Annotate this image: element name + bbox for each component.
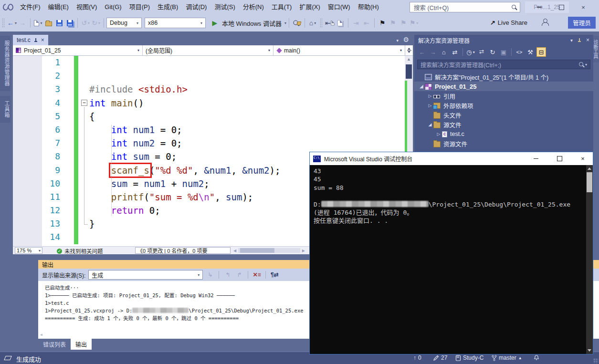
admin-badge-button[interactable]: 管理员 [568,17,596,29]
bookmark-icon[interactable]: ⚑ [377,17,388,29]
new-project-icon[interactable]: ▾ [33,17,43,29]
hscrollbar-thumb[interactable] [240,248,274,253]
pin-tab-icon[interactable] [34,38,38,43]
se-collapse-all-icon[interactable]: ⊟ [536,47,546,57]
nav-member-dropdown[interactable]: main() ▾ [273,45,405,55]
panel-tab-错误列表[interactable]: 错误列表 [38,339,71,350]
code-line[interactable] [81,69,405,83]
debug-console-window[interactable]: Microsoft Visual Studio 调试控制台 × 4345sum … [309,152,593,354]
editor-horizontal-scrollbar[interactable]: ◀ ▶ [233,248,305,253]
line-number[interactable]: 8 [42,150,62,163]
code-health-indicator[interactable]: ✓ 未找到相关问题 [57,247,103,255]
tree-item-test.c[interactable]: ▷test.c [414,129,593,139]
console-scroll-up-icon[interactable] [588,167,591,170]
branch-indicator[interactable]: master ▲ [492,354,522,361]
breakpoint-margin[interactable] [13,56,42,246]
console-output-area[interactable]: 4345sum = 88 D:\Project_01_25\Debug\Proj… [310,165,593,354]
navigate-forward-icon[interactable]: → [17,17,28,29]
output-source-dropdown[interactable]: 生成 ▾ [88,270,203,280]
scroll-right-icon[interactable]: ▶ [302,249,305,253]
menu-item[interactable]: 窗口(W) [324,0,354,14]
se-sync-icon[interactable]: ⮂ [477,47,486,57]
tree-expander[interactable]: ▷ [435,132,442,136]
scroll-up-icon[interactable]: ▲ [405,57,413,62]
navigate-back-icon[interactable]: ←▾ [7,17,17,29]
console-title-bar[interactable]: Microsoft Visual Studio 调试控制台 × [310,152,593,165]
line-number[interactable]: 9 [42,164,62,177]
menu-item[interactable]: 工具(T) [268,0,296,14]
tool-tab-工具箱[interactable]: 工具箱 [0,96,11,123]
undo-icon[interactable]: ↺▾ [80,17,91,29]
menu-item[interactable]: 调试(D) [182,0,210,14]
sync-with-active-document-icon[interactable]: ⇤ [325,17,335,29]
tool-tab-诊断工具[interactable]: 诊断工具 [593,36,599,62]
close-panel-icon[interactable]: × [586,37,589,43]
console-scrollbar-thumb[interactable] [587,172,592,192]
save-all-icon[interactable] [64,17,75,29]
outdent-icon[interactable]: ⇤ [361,17,372,29]
word-wrap-icon[interactable]: ¶⇄ [270,270,279,279]
tree-expander[interactable]: ◢ [427,122,433,127]
line-number[interactable]: 6 [42,123,62,136]
notifications-bell[interactable] [534,354,539,361]
solution-explorer-title-bar[interactable]: 解决方案资源管理器 ▾ × [414,35,593,45]
find-in-files-icon[interactable] [292,17,302,29]
goto-message-icon[interactable]: ↳ [206,270,214,279]
menu-item[interactable]: 生成(B) [154,0,182,14]
quick-search-box[interactable]: 搜索 (Ctrl+Q) [410,2,520,12]
menu-item[interactable]: 视图(V) [73,0,101,14]
se-properties-wrench-icon[interactable]: ⚒ [525,47,535,57]
se-switch-views-icon[interactable]: ⇄ [450,47,460,57]
outline-collapse-icon[interactable]: − [81,100,87,106]
nav-project-dropdown[interactable]: Project_01_25 ▾ [13,45,143,55]
tree-expander[interactable]: ▷ [427,94,433,98]
sign-in-user-icon[interactable] [541,18,549,26]
live-share-button[interactable]: ↗ Live Share [490,17,527,29]
line-number[interactable]: 10 [42,177,62,190]
tree-expander[interactable]: ◢ [418,84,425,89]
repository-indicator[interactable]: Study-C [455,354,483,361]
next-message-icon[interactable]: ↱ [235,270,243,279]
solution-platforms-dropdown[interactable]: x86▾ [145,18,206,28]
line-number[interactable]: 7 [42,136,62,150]
scrollbar-thumb[interactable] [406,64,412,79]
debugger-dropdown-caret[interactable]: ▾ [284,21,286,25]
tree-item-Project_01_25[interactable]: ◢Project_01_25 [414,82,593,91]
menu-item[interactable]: 分析(N) [239,0,268,14]
code-line[interactable]: int main() [81,96,405,110]
tree-item-资源文件[interactable]: 资源文件 [414,139,593,148]
prev-bookmark-icon[interactable]: ⚑ [388,17,398,29]
split-window-button[interactable] [405,45,413,56]
copy-icon[interactable] [335,17,346,29]
menu-item[interactable]: 编辑(E) [44,0,73,14]
document-tab-testc[interactable]: test.c × [13,35,48,45]
code-line[interactable]: { [81,110,405,123]
clear-all-icon[interactable]: ✕≡ [252,270,261,279]
auto-hide-pin-icon[interactable] [578,38,581,43]
se-home-icon[interactable]: ⌂ [439,47,449,57]
output-scroll-left-icon[interactable]: ◀ [40,333,42,337]
line-number[interactable]: 14 [42,230,62,244]
menu-item[interactable]: 帮助(H) [354,0,383,14]
code-line[interactable]: int num1 = 0; [81,123,405,136]
code-line[interactable]: int num2 = 0; [81,136,405,150]
close-tab-icon[interactable]: × [41,37,44,43]
toolbar-grip[interactable] [320,18,323,28]
se-forward-icon[interactable]: → [428,47,438,57]
menu-item[interactable]: 测试(S) [210,0,239,14]
console-maximize-button[interactable] [549,152,569,165]
close-button[interactable]: × [578,0,588,14]
editor-options-gear-icon[interactable]: ⚙ [403,36,409,43]
scroll-left-icon[interactable]: ◀ [233,249,236,253]
console-scrollbar[interactable] [586,165,593,354]
next-bookmark-icon[interactable]: ⚑ [398,17,409,29]
prev-message-icon[interactable]: ↰ [223,270,232,279]
clear-bookmarks-icon[interactable]: ⚑▾ [409,17,419,29]
toolbar-grip[interactable] [2,18,5,28]
tree-item-源文件[interactable]: ◢源文件 [414,120,593,129]
window-position-dropdown-icon[interactable]: ▾ [570,38,573,43]
pending-edits-indicator[interactable]: 27 [433,354,447,361]
editor-zoom-dropdown[interactable]: 175 %▾ [15,247,42,254]
line-number[interactable]: 11 [42,190,62,204]
line-number[interactable]: 2 [42,69,62,83]
